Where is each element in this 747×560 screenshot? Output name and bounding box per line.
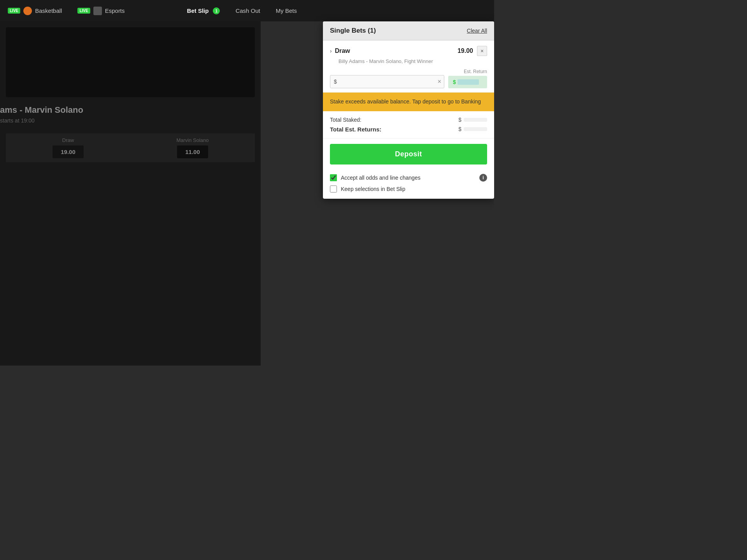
total-returns-row: Total Est. Returns: $ — [330, 126, 487, 133]
keep-selections-row: Keep selections in Bet Slip — [330, 186, 487, 192]
nav-my-bets[interactable]: My Bets — [276, 7, 297, 14]
keep-selections-checkbox[interactable] — [330, 186, 337, 192]
bet-slip-header: Single Bets (1) Clear All — [323, 21, 494, 40]
staked-prefix: $ — [458, 117, 461, 123]
basketball-icon — [23, 7, 32, 15]
main-content: ams - Marvin Solano starts at 19:00 Draw… — [0, 21, 494, 366]
bet-item-header: › Draw 19.00 × — [330, 46, 487, 56]
stake-prefix: $ — [334, 79, 337, 85]
est-return-label: Est. Return — [448, 69, 487, 74]
clear-all-button[interactable]: Clear All — [467, 28, 487, 34]
game-header — [6, 27, 255, 97]
nav-basketball[interactable]: LIVE Basketball — [8, 7, 62, 15]
game-time: starts at 19:00 — [0, 117, 255, 124]
bet-marvin-label: Marvin Solano — [134, 137, 251, 143]
total-returns-label: Total Est. Returns: — [330, 126, 381, 133]
bet-slip-count-badge: 1 — [213, 7, 220, 14]
deposit-button[interactable]: Deposit — [330, 144, 487, 164]
my-bets-label: My Bets — [276, 7, 297, 14]
cash-out-label: Cash Out — [235, 7, 260, 14]
total-staked-row: Total Staked: $ — [330, 117, 487, 123]
accept-odds-row: Accept all odds and line changes i — [330, 174, 487, 182]
bet-item-left: › Draw — [330, 47, 350, 54]
nav-bet-slip[interactable]: Bet Slip 1 — [187, 7, 220, 14]
game-panel: ams - Marvin Solano starts at 19:00 Draw… — [0, 21, 261, 366]
bet-selection-name: Draw — [335, 47, 350, 54]
accept-odds-checkbox[interactable] — [330, 174, 337, 181]
bet-draw-odds[interactable]: 19.00 — [53, 145, 84, 158]
est-return-box: Est. Return $ — [448, 69, 487, 88]
stake-input-wrapper: $ × — [330, 75, 444, 88]
stake-clear-button[interactable]: × — [438, 78, 441, 85]
game-title-area: ams - Marvin Solano starts at 19:00 — [0, 97, 261, 128]
est-return-prefix: $ — [453, 79, 456, 85]
esports-label: Esports — [105, 7, 125, 14]
returns-prefix: $ — [458, 126, 461, 132]
accept-odds-info-icon[interactable]: i — [479, 174, 487, 182]
totals-section: Total Staked: $ Total Est. Returns: $ — [323, 111, 494, 138]
bet-subtitle: Billy Adams - Marvin Solano, Fight Winne… — [338, 58, 487, 64]
bet-option-marvin[interactable]: Marvin Solano 11.00 — [130, 133, 255, 162]
bet-option-draw[interactable]: Draw 19.00 — [6, 133, 130, 162]
game-betting-options: Draw 19.00 Marvin Solano 11.00 — [6, 133, 255, 162]
staked-amount-box — [464, 118, 487, 122]
bet-slip-label: Bet Slip — [187, 7, 209, 14]
bet-odds-value: 19.00 — [458, 47, 473, 54]
bet-marvin-odds[interactable]: 11.00 — [177, 145, 208, 158]
checkboxes-section: Accept all odds and line changes i Keep … — [323, 170, 494, 199]
accept-odds-label: Accept all odds and line changes — [341, 175, 475, 181]
bet-input-row: $ × Est. Return $ — [330, 69, 487, 88]
top-navigation: LIVE Basketball LIVE Esports Bet Slip 1 … — [0, 0, 494, 21]
basketball-label: Basketball — [35, 7, 62, 14]
total-returns-value: $ — [458, 126, 487, 132]
bet-item: › Draw 19.00 × Billy Adams - Marvin Sola… — [323, 40, 494, 93]
basketball-live-badge: LIVE — [8, 8, 20, 14]
esports-icon — [93, 7, 102, 15]
bet-remove-button[interactable]: × — [477, 46, 487, 56]
esports-live-badge: LIVE — [77, 8, 90, 14]
est-return-value: $ — [448, 76, 487, 88]
total-staked-value: $ — [458, 117, 487, 123]
expand-chevron-icon[interactable]: › — [330, 48, 332, 54]
stake-input[interactable] — [330, 75, 444, 88]
nav-esports[interactable]: LIVE Esports — [77, 7, 124, 15]
nav-cash-out[interactable]: Cash Out — [235, 7, 260, 14]
bet-draw-label: Draw — [10, 137, 126, 143]
game-title: ams - Marvin Solano — [0, 105, 255, 115]
returns-amount-box — [464, 127, 487, 131]
keep-selections-label: Keep selections in Bet Slip — [341, 186, 487, 192]
bet-slip-title: Single Bets (1) — [330, 27, 376, 35]
warning-banner: Stake exceeds available balance. Tap dep… — [323, 93, 494, 111]
total-staked-label: Total Staked: — [330, 117, 361, 123]
bet-slip-panel: Single Bets (1) Clear All › Draw 19.00 ×… — [323, 21, 494, 199]
